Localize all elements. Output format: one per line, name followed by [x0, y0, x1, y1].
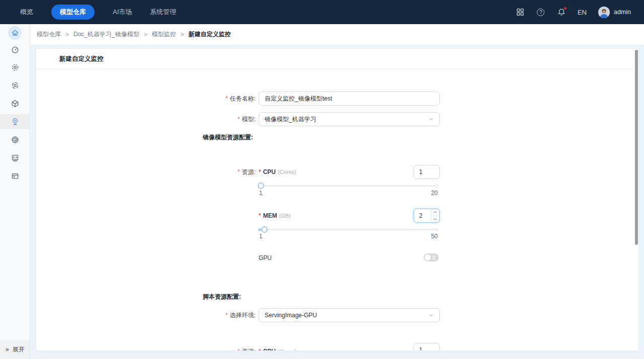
cpu-slider-track[interactable]: [259, 185, 438, 187]
user-menu[interactable]: admin: [598, 7, 631, 18]
spin-down-icon[interactable]: [431, 216, 439, 223]
cpu-label: *CPU(Cores): [259, 165, 296, 180]
sidebar-item-models[interactable]: [0, 96, 30, 111]
help-icon[interactable]: ?: [536, 8, 545, 17]
breadcrumb-item-model[interactable]: Doc_机器学习_镜像模型: [73, 30, 139, 39]
mem-slider[interactable]: [259, 226, 438, 232]
required-mark: *: [259, 348, 261, 350]
cpu-slider-end-dot: [436, 185, 439, 188]
gpu-toggle[interactable]: 关: [424, 253, 439, 261]
env-select-value: ServingImage-GPU: [265, 312, 317, 319]
mem-slider-track[interactable]: [259, 229, 438, 230]
sidebar-item-settings[interactable]: [0, 60, 30, 75]
required-mark: *: [259, 212, 261, 219]
navbar-right: ? EN admin: [516, 7, 644, 18]
mem-slider-end-dot: [436, 228, 439, 231]
gpu-toggle-knob: [425, 254, 431, 260]
cpu-slider-handle[interactable]: [258, 183, 264, 189]
sidebar-expand-button[interactable]: » 展开: [0, 340, 30, 359]
image-resource-section-title: 镜像模型资源配置:: [203, 133, 253, 142]
chevron-down-icon: [429, 117, 434, 122]
help-glyph: ?: [537, 9, 544, 16]
top-navbar: 概览 模型仓库 AI市场 系统管理 ? EN: [0, 0, 644, 24]
nav-item-system-mgmt[interactable]: 系统管理: [150, 8, 176, 17]
nav-item-model-repo[interactable]: 模型仓库: [51, 5, 95, 20]
mem-slider-handle[interactable]: [261, 226, 268, 233]
disc-target-icon: [11, 81, 19, 89]
required-mark: *: [225, 95, 228, 102]
env-label: *选择环境:: [36, 308, 256, 323]
gpu-label: GPU: [259, 254, 272, 261]
resource-label: *资源:: [36, 165, 256, 180]
required-mark: *: [237, 168, 240, 175]
sidebar-item-monitoring[interactable]: [0, 114, 30, 129]
script-resource-label: *资源:: [36, 344, 256, 350]
required-mark: *: [259, 168, 261, 175]
mem-label: *MEM(GB): [259, 209, 291, 223]
breadcrumb-item-repo[interactable]: 模型仓库: [37, 30, 61, 39]
cpu-slider-max: 20: [259, 190, 438, 197]
bell-icon[interactable]: [557, 8, 566, 17]
cpu-slider[interactable]: [259, 183, 438, 189]
breadcrumb-item-monitoring[interactable]: 模型监控: [152, 30, 176, 39]
language-switch[interactable]: EN: [578, 9, 587, 16]
expand-label: 展开: [13, 345, 25, 354]
sidebar-item-sphere[interactable]: [0, 132, 30, 147]
model-label: *模型:: [36, 112, 256, 127]
apps-grid-icon[interactable]: [516, 8, 525, 17]
spin-up-icon[interactable]: [431, 209, 439, 216]
sphere-globe-icon: [11, 136, 19, 144]
card-title: 新建自定义监控: [36, 49, 638, 69]
cube-icon: [11, 100, 19, 108]
breadcrumb-item-current: 新建自定义监控: [189, 30, 231, 39]
task-name-label: *任务名称:: [36, 92, 256, 106]
script-cpu-unit: (Cores): [278, 348, 296, 350]
required-mark: *: [237, 116, 240, 123]
env-select[interactable]: ServingImage-GPU: [259, 308, 440, 322]
dashboard-gauge-icon: [11, 46, 19, 54]
nav-item-overview[interactable]: 概览: [20, 8, 33, 17]
sidebar-item-dashboard[interactable]: [0, 42, 30, 57]
avatar: [598, 7, 610, 18]
sidebar-item-archive[interactable]: [0, 168, 30, 184]
expand-icon: »: [6, 346, 9, 353]
mem-stepper: [414, 209, 440, 223]
cpu-value-input[interactable]: [414, 165, 440, 179]
breadcrumb-separator: >: [144, 31, 147, 38]
sidebar-item-home[interactable]: [0, 25, 30, 40]
model-select[interactable]: 镜像模型_机器学习: [259, 112, 440, 126]
breadcrumb-separator: >: [65, 31, 69, 38]
home-icon: [11, 29, 19, 37]
breadcrumb: 模型仓库 > Doc_机器学习_镜像模型 > 模型监控 > 新建自定义监控: [30, 24, 644, 45]
code-terminal-icon: [11, 154, 19, 162]
sidebar-item-code[interactable]: [0, 150, 30, 165]
main-nav: 概览 模型仓库 AI市场 系统管理: [0, 5, 176, 20]
mem-slider-max: 50: [259, 233, 438, 240]
gpu-toggle-state: 关: [432, 255, 436, 261]
main-content: 新建自定义监控 *任务名称: *模型: 镜像模型_机器学习 镜像模型资源配置: …: [30, 45, 644, 359]
new-monitor-card: 新建自定义监控 *任务名称: *模型: 镜像模型_机器学习 镜像模型资源配置: …: [36, 49, 638, 350]
script-cpu-label: *CPU(Cores): [259, 344, 296, 350]
task-name-input[interactable]: [259, 92, 440, 106]
username-label: admin: [614, 9, 631, 16]
card-scrollbar-thumb[interactable]: [635, 50, 638, 245]
mem-unit: (GB): [279, 213, 291, 219]
required-mark: *: [225, 312, 228, 319]
nav-item-ai-market[interactable]: AI市场: [113, 8, 132, 17]
model-select-value: 镜像模型_机器学习: [265, 115, 316, 124]
breadcrumb-separator: >: [181, 31, 184, 38]
archive-folder-icon: [11, 172, 19, 180]
sidebar-item-disc[interactable]: [0, 78, 30, 93]
monitor-webcam-icon: [11, 118, 19, 126]
gear-icon: [11, 63, 19, 71]
mem-spinner: [431, 209, 439, 222]
notification-badge: [564, 7, 567, 10]
cpu-unit: (Cores): [278, 169, 296, 175]
left-sidebar: » 展开: [0, 24, 30, 359]
script-cpu-value-input[interactable]: [414, 343, 440, 350]
chevron-down-icon: [429, 313, 434, 318]
required-mark: *: [237, 348, 240, 350]
script-resource-section-title: 脚本资源配置:: [203, 293, 241, 301]
